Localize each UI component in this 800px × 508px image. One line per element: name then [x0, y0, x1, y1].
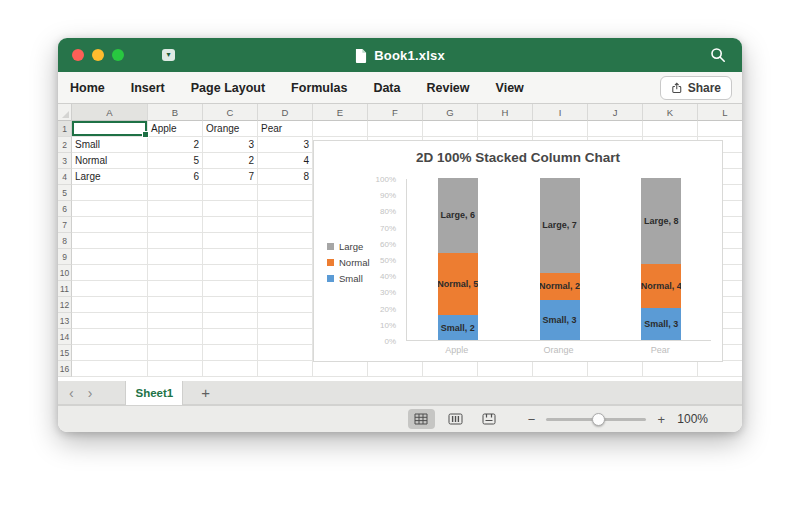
cell-B2[interactable]: 2 — [148, 137, 203, 153]
cell-B14[interactable] — [148, 329, 203, 345]
bar-segment-small-pear[interactable]: Small, 3 — [641, 308, 681, 340]
zoom-in-button[interactable]: + — [657, 413, 665, 426]
column-header-G[interactable]: G — [423, 104, 478, 121]
row-header-10[interactable]: 10 — [58, 265, 72, 281]
row-header-2[interactable]: 2 — [58, 137, 72, 153]
cell-A7[interactable] — [72, 217, 148, 233]
cell-A8[interactable] — [72, 233, 148, 249]
cell-A13[interactable] — [72, 313, 148, 329]
zoom-percentage-label[interactable]: 100% — [676, 412, 708, 426]
cell-D6[interactable] — [258, 201, 313, 217]
row-header-13[interactable]: 13 — [58, 313, 72, 329]
cell-F16[interactable] — [368, 361, 423, 377]
cell-A11[interactable] — [72, 281, 148, 297]
cell-F1[interactable] — [368, 121, 423, 137]
bar-segment-normal-pear[interactable]: Normal, 4 — [641, 264, 681, 307]
row-header-11[interactable]: 11 — [58, 281, 72, 297]
cell-B6[interactable] — [148, 201, 203, 217]
cell-A15[interactable] — [72, 345, 148, 361]
row-header-5[interactable]: 5 — [58, 185, 72, 201]
cell-B13[interactable] — [148, 313, 203, 329]
row-header-14[interactable]: 14 — [58, 329, 72, 345]
next-sheet-arrow-icon[interactable]: › — [81, 386, 100, 400]
cell-A1[interactable] — [72, 121, 148, 137]
tab-insert[interactable]: Insert — [131, 81, 165, 95]
cell-D2[interactable]: 3 — [258, 137, 313, 153]
row-header-1[interactable]: 1 — [58, 121, 72, 137]
cell-B4[interactable]: 6 — [148, 169, 203, 185]
bar-segment-large-pear[interactable]: Large, 8 — [641, 178, 681, 264]
cell-B11[interactable] — [148, 281, 203, 297]
cell-D9[interactable] — [258, 249, 313, 265]
column-header-A[interactable]: A — [72, 104, 148, 121]
cell-G1[interactable] — [423, 121, 478, 137]
cell-I1[interactable] — [533, 121, 588, 137]
column-header-J[interactable]: J — [588, 104, 643, 121]
cell-C9[interactable] — [203, 249, 258, 265]
cell-A2[interactable]: Small — [72, 137, 148, 153]
cell-D8[interactable] — [258, 233, 313, 249]
cell-B3[interactable]: 5 — [148, 153, 203, 169]
cell-C16[interactable] — [203, 361, 258, 377]
cell-D1[interactable]: Pear — [258, 121, 313, 137]
tab-data[interactable]: Data — [373, 81, 400, 95]
tab-view[interactable]: View — [496, 81, 524, 95]
normal-view-button[interactable] — [408, 409, 435, 429]
bar-segment-large-apple[interactable]: Large, 6 — [438, 178, 478, 253]
sheet-tab-sheet1[interactable]: Sheet1 — [125, 381, 183, 405]
cell-L16[interactable] — [698, 361, 742, 377]
page-break-view-button[interactable] — [476, 409, 503, 429]
cell-D3[interactable]: 4 — [258, 153, 313, 169]
cell-A3[interactable]: Normal — [72, 153, 148, 169]
previous-sheet-arrow-icon[interactable]: ‹ — [62, 386, 81, 400]
cell-C7[interactable] — [203, 217, 258, 233]
cell-C3[interactable]: 2 — [203, 153, 258, 169]
cell-I16[interactable] — [533, 361, 588, 377]
tab-page-layout[interactable]: Page Layout — [191, 81, 265, 95]
row-header-7[interactable]: 7 — [58, 217, 72, 233]
cell-D14[interactable] — [258, 329, 313, 345]
cell-B5[interactable] — [148, 185, 203, 201]
cell-C15[interactable] — [203, 345, 258, 361]
cell-D4[interactable]: 8 — [258, 169, 313, 185]
column-header-K[interactable]: K — [643, 104, 698, 121]
select-all-corner[interactable] — [58, 104, 72, 121]
cell-D10[interactable] — [258, 265, 313, 281]
cell-A9[interactable] — [72, 249, 148, 265]
cell-H1[interactable] — [478, 121, 533, 137]
cell-D15[interactable] — [258, 345, 313, 361]
ribbon-collapse-icon[interactable]: ▾ — [162, 49, 175, 61]
row-header-8[interactable]: 8 — [58, 233, 72, 249]
cell-C10[interactable] — [203, 265, 258, 281]
column-header-F[interactable]: F — [368, 104, 423, 121]
cell-A6[interactable] — [72, 201, 148, 217]
column-header-B[interactable]: B — [148, 104, 203, 121]
bar-segment-normal-orange[interactable]: Normal, 2 — [540, 273, 580, 300]
row-header-6[interactable]: 6 — [58, 201, 72, 217]
cell-A10[interactable] — [72, 265, 148, 281]
cell-C11[interactable] — [203, 281, 258, 297]
column-header-C[interactable]: C — [203, 104, 258, 121]
cell-B16[interactable] — [148, 361, 203, 377]
cell-J1[interactable] — [588, 121, 643, 137]
cell-H16[interactable] — [478, 361, 533, 377]
column-header-E[interactable]: E — [313, 104, 368, 121]
cell-C8[interactable] — [203, 233, 258, 249]
cell-B8[interactable] — [148, 233, 203, 249]
cell-A14[interactable] — [72, 329, 148, 345]
cell-K1[interactable] — [643, 121, 698, 137]
chart[interactable]: 2D 100% Stacked Column Chart LargeNormal… — [313, 140, 723, 362]
cell-A4[interactable]: Large — [72, 169, 148, 185]
share-button[interactable]: Share — [660, 76, 732, 100]
chart-bar-orange[interactable]: Small, 3Normal, 2Large, 7 — [540, 178, 580, 340]
cell-C5[interactable] — [203, 185, 258, 201]
bar-segment-small-orange[interactable]: Small, 3 — [540, 300, 580, 341]
cell-B9[interactable] — [148, 249, 203, 265]
row-header-3[interactable]: 3 — [58, 153, 72, 169]
cell-E1[interactable] — [313, 121, 368, 137]
cell-C13[interactable] — [203, 313, 258, 329]
cell-B7[interactable] — [148, 217, 203, 233]
page-layout-view-button[interactable] — [442, 409, 469, 429]
cell-G16[interactable] — [423, 361, 478, 377]
cell-J16[interactable] — [588, 361, 643, 377]
